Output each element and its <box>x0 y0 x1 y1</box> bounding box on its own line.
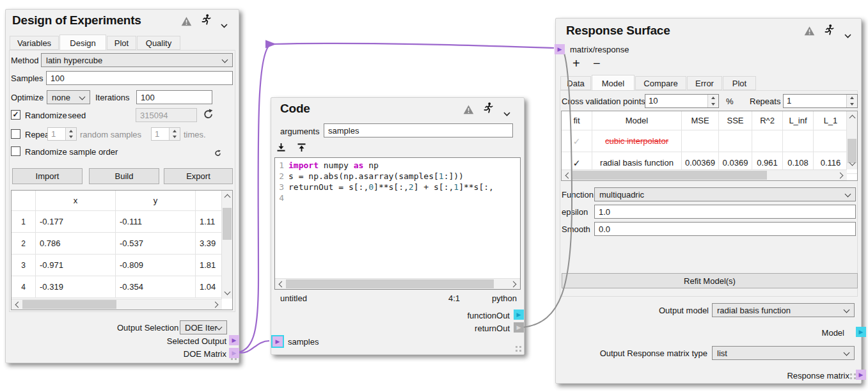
table-row[interactable]: 4 -0.319 -0.354 1.04 <box>12 276 232 298</box>
samples-input[interactable]: 100 <box>46 71 233 85</box>
function-select[interactable]: multiquadric <box>594 187 856 201</box>
output-matrix-type-select[interactable]: list <box>712 346 855 360</box>
output-model-select[interactable]: radial basis function <box>712 303 855 317</box>
matrix-response-port[interactable] <box>555 44 565 54</box>
tab-design[interactable]: Design <box>59 35 106 51</box>
scroll-left-button[interactable] <box>275 279 286 290</box>
scroll-left-button[interactable] <box>12 299 22 310</box>
scroll-up-button[interactable] <box>847 111 858 122</box>
scrollbar-thumb[interactable] <box>286 279 494 288</box>
method-select[interactable]: latin hypercube <box>41 53 233 67</box>
value-cell[interactable]: 1.81 <box>196 255 223 276</box>
repeats-spinner[interactable]: 1 <box>783 94 858 108</box>
v-scrollbar[interactable] <box>846 111 857 169</box>
header-cell-y: y <box>116 191 196 210</box>
repeat-count-spinner[interactable]: 1 <box>47 127 77 141</box>
function-out-port[interactable] <box>514 310 524 320</box>
response-matrix-port[interactable] <box>856 370 866 380</box>
upload-icon[interactable] <box>297 143 306 155</box>
add-model-button[interactable]: + <box>572 57 580 70</box>
y-cell[interactable]: -0.809 <box>116 255 196 276</box>
scrollbar-thumb[interactable] <box>223 208 232 240</box>
import-button[interactable]: Import <box>12 168 83 184</box>
smooth-input[interactable]: 0.0 <box>594 222 856 236</box>
x-cell[interactable]: 0.786 <box>36 233 116 254</box>
x-cell[interactable]: -0.971 <box>36 255 116 276</box>
remove-model-button[interactable]: − <box>593 57 601 70</box>
scroll-right-button[interactable] <box>836 170 847 181</box>
spinner-arrows[interactable] <box>846 95 857 107</box>
arguments-input[interactable]: samples <box>324 123 513 137</box>
h-scrollbar[interactable] <box>12 299 222 310</box>
selected-output-port[interactable] <box>229 335 239 345</box>
fit-check-cell[interactable]: ✓ <box>562 130 592 152</box>
spinner-arrows[interactable] <box>169 128 180 140</box>
tab-plot[interactable]: Plot <box>107 36 136 50</box>
spinner-arrows[interactable] <box>707 95 718 107</box>
scroll-up-button[interactable] <box>222 191 233 201</box>
output-selection-select[interactable]: DOE Iter <box>180 320 227 334</box>
refresh-seed-icon[interactable] <box>203 109 214 122</box>
code-editor[interactable]: 1import numpy as np 2s = np.abs(np.asarr… <box>274 157 521 290</box>
refresh-order-icon[interactable] <box>214 148 221 159</box>
resize-grip[interactable] <box>516 346 522 352</box>
run-icon[interactable] <box>825 24 834 38</box>
doe-matrix-port[interactable] <box>229 348 239 358</box>
value-cell[interactable]: 1.04 <box>196 276 223 297</box>
cv-points-value: 10 <box>645 95 707 107</box>
y-cell[interactable]: -0.354 <box>116 276 196 297</box>
scroll-left-button[interactable] <box>562 170 572 181</box>
randomize-order-checkbox[interactable] <box>11 146 20 156</box>
scroll-right-button[interactable] <box>211 299 222 310</box>
table-row-disabled-model[interactable]: ✓ cubic interpolator <box>562 130 857 152</box>
collapse-chevron-icon[interactable] <box>503 107 510 119</box>
iterations-input[interactable]: 100 <box>136 90 212 104</box>
h-scrollbar[interactable] <box>275 278 520 289</box>
x-cell[interactable]: -0.319 <box>36 276 116 297</box>
random-samples-spinner[interactable]: 1 <box>151 127 180 141</box>
x-cell[interactable]: -0.177 <box>36 211 116 232</box>
refit-models-button[interactable]: Refit Model(s) <box>562 273 858 288</box>
run-icon[interactable] <box>201 14 211 27</box>
table-row[interactable]: 2 0.786 -0.537 3.39 <box>12 233 232 255</box>
tab-quality[interactable]: Quality <box>137 36 180 50</box>
tab-compare[interactable]: Compare <box>635 76 686 90</box>
v-scrollbar[interactable] <box>221 191 232 299</box>
collapse-chevron-icon[interactable] <box>221 19 228 31</box>
samples-port[interactable] <box>272 336 283 347</box>
scrollbar-thumb[interactable] <box>572 171 767 180</box>
smooth-label: Smooth <box>562 224 590 235</box>
tab-error[interactable]: Error <box>687 76 722 90</box>
tab-variables[interactable]: Variables <box>10 36 59 50</box>
collapse-chevron-icon[interactable] <box>844 29 851 41</box>
scroll-right-button[interactable] <box>509 279 520 290</box>
scroll-down-button[interactable] <box>222 288 233 299</box>
model-table[interactable]: fit Model MSE SSE R^2 L_inf L_1 ✓ cubic … <box>561 111 858 181</box>
run-icon[interactable] <box>484 102 493 116</box>
tab-plot[interactable]: Plot <box>723 76 756 90</box>
epsilon-input[interactable]: 1.0 <box>594 205 856 219</box>
y-cell[interactable]: -0.537 <box>116 233 196 254</box>
spinner-arrows[interactable] <box>65 128 76 140</box>
randomize-checkbox[interactable]: ✓ <box>11 110 20 120</box>
tab-data[interactable]: Data <box>560 76 591 90</box>
table-row[interactable]: 3 -0.971 -0.809 1.81 <box>12 255 232 276</box>
doe-matrix-table[interactable]: x y 1 -0.177 -0.111 1.11 2 0.786 -0.537 … <box>11 190 233 310</box>
build-button[interactable]: Build <box>89 168 159 184</box>
return-out-port[interactable] <box>514 322 524 333</box>
export-button[interactable]: Export <box>164 168 233 184</box>
scrollbar-thumb[interactable] <box>22 300 116 309</box>
model-port[interactable] <box>856 327 866 337</box>
cv-points-spinner[interactable]: 10 <box>645 94 719 108</box>
model-name-cell[interactable]: cubic interpolator <box>592 130 682 152</box>
download-icon[interactable] <box>276 143 286 155</box>
tab-model[interactable]: Model <box>592 75 635 91</box>
h-scrollbar[interactable] <box>562 169 847 180</box>
optimize-select[interactable]: none <box>47 90 90 104</box>
value-cell[interactable]: 3.39 <box>196 233 223 254</box>
repeat-checkbox[interactable] <box>11 129 20 139</box>
y-cell[interactable]: -0.111 <box>116 211 196 232</box>
value-cell[interactable]: 1.11 <box>196 211 223 232</box>
seed-label: seed <box>68 111 86 121</box>
table-row[interactable]: 1 -0.177 -0.111 1.11 <box>12 211 232 233</box>
